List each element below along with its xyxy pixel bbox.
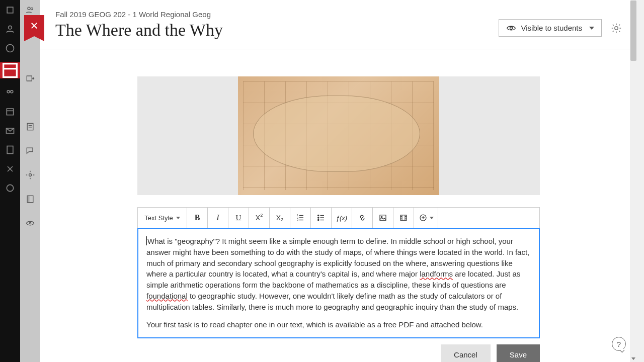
svg-point-2 bbox=[7, 45, 14, 52]
link-icon bbox=[358, 213, 367, 222]
nav-messages-icon[interactable] bbox=[5, 126, 15, 136]
content-area: Text Style B I U X2 X2 123 ƒ(x) bbox=[40, 49, 637, 362]
svg-point-5 bbox=[7, 90, 10, 93]
chevron-down-icon bbox=[589, 27, 594, 30]
cancel-button[interactable]: Cancel bbox=[441, 344, 491, 362]
nav-organizations-icon[interactable] bbox=[5, 87, 15, 98]
scroll-down-icon[interactable] bbox=[631, 357, 635, 360]
svg-point-11 bbox=[7, 185, 13, 191]
visibility-label: Visible to students bbox=[521, 24, 582, 32]
scrollbar-thumb[interactable] bbox=[630, 1, 636, 61]
panel-exit-icon[interactable] bbox=[25, 73, 35, 83]
caret-down-icon bbox=[176, 217, 180, 219]
panel-discussion-icon[interactable] bbox=[25, 146, 35, 156]
italic-button[interactable]: I bbox=[208, 208, 228, 228]
svg-point-1 bbox=[9, 26, 12, 29]
bullet-list-button[interactable] bbox=[311, 208, 332, 228]
panel-gradebook-icon[interactable] bbox=[25, 170, 35, 180]
svg-rect-3 bbox=[4, 64, 17, 77]
svg-rect-39 bbox=[400, 215, 407, 221]
numbered-list-button[interactable]: 123 bbox=[290, 208, 311, 228]
nav-courses-icon[interactable] bbox=[0, 62, 20, 78]
nav-institution-icon[interactable] bbox=[5, 5, 15, 15]
save-button[interactable]: Save bbox=[497, 344, 540, 362]
subscript-button[interactable]: X2 bbox=[270, 208, 290, 228]
breadcrumb: Fall 2019 GEOG 202 - 1 World Regional Ge… bbox=[55, 10, 223, 19]
svg-point-17 bbox=[29, 174, 32, 176]
gear-icon bbox=[611, 23, 622, 34]
svg-text:3: 3 bbox=[297, 219, 298, 221]
nav-grades-icon[interactable] bbox=[5, 145, 15, 155]
svg-point-31 bbox=[318, 215, 319, 216]
math-button[interactable]: ƒ(x) bbox=[332, 208, 352, 228]
svg-rect-7 bbox=[7, 109, 13, 115]
svg-point-23 bbox=[510, 27, 512, 29]
close-button[interactable] bbox=[24, 15, 44, 36]
panel-roster-icon[interactable] bbox=[25, 5, 35, 15]
settings-button[interactable] bbox=[611, 23, 622, 34]
nav-tools-icon[interactable] bbox=[5, 164, 15, 174]
bold-button[interactable]: B bbox=[187, 208, 208, 228]
svg-point-32 bbox=[318, 217, 319, 218]
page-title[interactable]: The Where and the Why bbox=[55, 21, 223, 40]
nav-profile-icon[interactable] bbox=[5, 24, 15, 34]
panel-content-icon[interactable] bbox=[25, 122, 35, 132]
image-icon bbox=[378, 213, 387, 222]
numbered-list-icon: 123 bbox=[296, 213, 305, 222]
svg-point-20 bbox=[29, 222, 31, 224]
editor-footer: Cancel Save bbox=[137, 344, 540, 362]
svg-rect-0 bbox=[7, 7, 13, 13]
text-cursor bbox=[146, 236, 147, 245]
caret-down-icon bbox=[430, 217, 434, 219]
nav-stream-icon[interactable] bbox=[5, 43, 15, 53]
svg-point-33 bbox=[318, 219, 319, 220]
panel-messages-icon[interactable] bbox=[25, 194, 35, 204]
scrollbar[interactable] bbox=[630, 0, 637, 362]
panel-nav-light bbox=[20, 0, 40, 362]
panel-analytics-icon[interactable] bbox=[25, 218, 35, 228]
banner-image-container[interactable] bbox=[137, 76, 540, 195]
svg-point-13 bbox=[31, 8, 33, 10]
svg-rect-10 bbox=[7, 146, 13, 154]
banner-antique-map bbox=[238, 76, 439, 195]
editor-toolbar: Text Style B I U X2 X2 123 ƒ(x) bbox=[137, 207, 540, 228]
visibility-dropdown[interactable]: Visible to students bbox=[499, 19, 602, 37]
svg-rect-14 bbox=[27, 123, 33, 130]
app-nav-dark bbox=[0, 0, 20, 362]
main-panel: Fall 2019 GEOG 202 - 1 World Regional Ge… bbox=[40, 0, 644, 362]
nav-calendar-icon[interactable] bbox=[5, 107, 15, 117]
plus-circle-icon bbox=[419, 213, 428, 222]
link-button[interactable] bbox=[352, 208, 373, 228]
media-icon bbox=[399, 213, 408, 222]
nav-signout-icon[interactable] bbox=[5, 183, 15, 193]
spelling-error: foundational bbox=[146, 292, 188, 300]
superscript-button[interactable]: X2 bbox=[249, 208, 270, 228]
bullet-list-icon bbox=[316, 213, 326, 222]
help-button[interactable]: ? bbox=[612, 337, 626, 351]
header: Fall 2019 GEOG 202 - 1 World Regional Ge… bbox=[40, 0, 637, 49]
underline-button[interactable]: U bbox=[228, 208, 249, 228]
text-editor: Text Style B I U X2 X2 123 ƒ(x) bbox=[137, 207, 540, 338]
image-button[interactable] bbox=[373, 208, 393, 228]
editor-textarea[interactable]: What is "geography"? It might seem like … bbox=[137, 228, 540, 338]
svg-rect-37 bbox=[380, 215, 386, 221]
media-button[interactable] bbox=[393, 208, 414, 228]
add-content-dropdown[interactable] bbox=[414, 208, 438, 228]
svg-point-12 bbox=[28, 7, 30, 10]
text-style-dropdown[interactable]: Text Style bbox=[138, 208, 187, 228]
svg-point-24 bbox=[615, 26, 618, 29]
svg-point-6 bbox=[11, 90, 13, 93]
eye-icon bbox=[506, 25, 516, 32]
spelling-error: landforms bbox=[420, 269, 453, 278]
svg-rect-18 bbox=[27, 196, 33, 202]
